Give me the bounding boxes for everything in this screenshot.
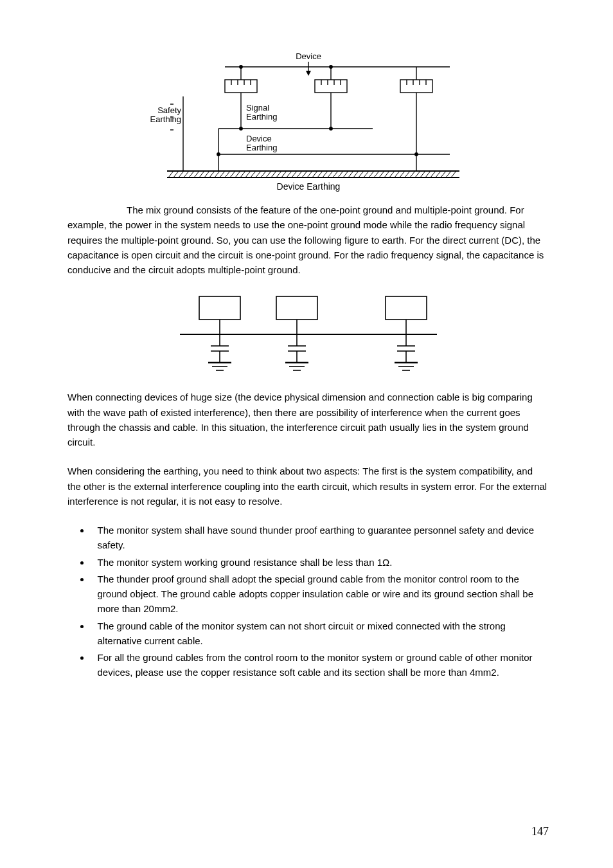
- svg-line-74: [348, 171, 353, 177]
- svg-line-87: [415, 171, 420, 177]
- svg-line-77: [364, 171, 369, 177]
- list-item: The monitor system working ground resist…: [91, 555, 549, 570]
- list-item: The ground cable of the monitor system c…: [91, 619, 549, 649]
- svg-line-50: [225, 171, 230, 177]
- svg-line-49: [220, 171, 225, 177]
- svg-text:SignalEarthing: SignalEarthing: [246, 103, 277, 122]
- svg-rect-13: [315, 80, 347, 93]
- list-item: For all the ground cables from the contr…: [91, 650, 549, 680]
- svg-text:SafetyEarthing: SafetyEarthing: [150, 105, 181, 124]
- svg-line-92: [441, 171, 446, 177]
- svg-line-53: [240, 171, 245, 177]
- svg-line-40: [173, 171, 179, 177]
- svg-line-42: [184, 171, 189, 177]
- svg-line-69: [323, 171, 328, 177]
- svg-line-66: [307, 171, 312, 177]
- svg-line-83: [395, 171, 400, 177]
- svg-text:DeviceEarthing: DeviceEarthing: [246, 134, 277, 152]
- page-number: 147: [531, 823, 549, 841]
- svg-line-79: [374, 171, 379, 177]
- paragraph-3: When considering the earthing, you need …: [67, 464, 549, 509]
- svg-line-67: [312, 171, 317, 177]
- paragraph-2: When connecting devices of huge size (th…: [67, 390, 549, 449]
- svg-line-88: [420, 171, 425, 177]
- svg-point-31: [217, 153, 219, 156]
- svg-line-84: [400, 171, 405, 177]
- svg-line-44: [194, 171, 199, 177]
- svg-line-45: [199, 171, 204, 177]
- svg-line-90: [431, 171, 436, 177]
- svg-line-75: [353, 171, 359, 177]
- svg-line-91: [436, 171, 441, 177]
- svg-line-61: [281, 171, 287, 177]
- svg-line-52: [235, 171, 240, 177]
- list-item: The thunder proof ground shall adopt the…: [91, 572, 549, 617]
- svg-line-46: [204, 171, 209, 177]
- bullet-list: The monitor system shall have sound thun…: [67, 523, 549, 680]
- svg-line-86: [410, 171, 415, 177]
- svg-line-82: [389, 171, 395, 177]
- svg-rect-100: [386, 296, 427, 320]
- svg-line-73: [343, 171, 348, 177]
- paragraph-1: The mix ground consists of the feature o…: [67, 203, 549, 277]
- svg-line-78: [369, 171, 374, 177]
- svg-line-94: [451, 171, 456, 177]
- svg-rect-8: [225, 80, 257, 93]
- svg-line-72: [338, 171, 343, 177]
- svg-line-51: [230, 171, 235, 177]
- svg-line-57: [261, 171, 266, 177]
- svg-line-63: [292, 171, 297, 177]
- svg-line-54: [245, 171, 251, 177]
- svg-line-65: [302, 171, 307, 177]
- svg-line-39: [168, 171, 173, 177]
- svg-line-64: [297, 171, 302, 177]
- svg-line-58: [266, 171, 271, 177]
- svg-line-43: [189, 171, 194, 177]
- figure1-caption: Device Earthing: [276, 181, 340, 192]
- figure-mix-ground: [173, 293, 443, 374]
- svg-line-62: [287, 171, 292, 177]
- svg-line-56: [256, 171, 261, 177]
- svg-line-48: [215, 171, 220, 177]
- svg-marker-1: [306, 71, 311, 76]
- svg-line-55: [251, 171, 256, 177]
- svg-point-6: [329, 66, 332, 68]
- svg-line-70: [328, 171, 333, 177]
- svg-rect-98: [199, 296, 240, 320]
- svg-line-76: [359, 171, 364, 177]
- svg-line-81: [384, 171, 389, 177]
- svg-line-59: [271, 171, 276, 177]
- svg-line-47: [209, 171, 215, 177]
- svg-rect-18: [400, 80, 432, 93]
- svg-line-71: [333, 171, 338, 177]
- svg-line-68: [317, 171, 323, 177]
- svg-point-32: [414, 153, 417, 156]
- svg-line-41: [179, 171, 184, 177]
- svg-line-93: [446, 171, 451, 177]
- list-item: The monitor system shall have sound thun…: [91, 523, 549, 553]
- svg-line-80: [379, 171, 384, 177]
- svg-line-85: [405, 171, 410, 177]
- svg-point-4: [239, 66, 242, 68]
- label-device: Device: [296, 51, 321, 61]
- svg-line-89: [425, 171, 431, 177]
- figure-device-earthing: Device: [141, 51, 475, 196]
- svg-rect-99: [276, 296, 317, 320]
- svg-line-60: [276, 171, 281, 177]
- page: Device: [0, 0, 613, 868]
